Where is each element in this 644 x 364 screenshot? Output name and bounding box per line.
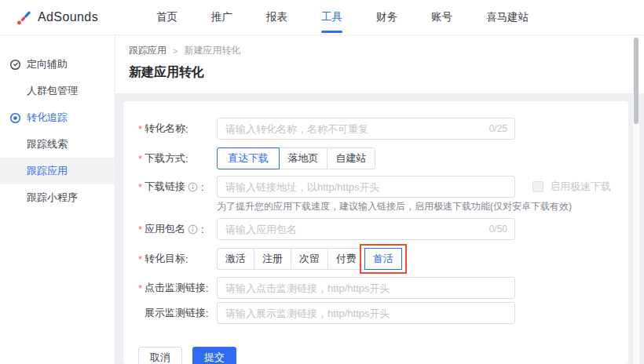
impression-monitor-link-label: 展示监测链接: [138,306,217,320]
row-package-name: * 应用包名 : 0/50 [138,218,613,240]
download-link-input[interactable] [218,177,514,197]
required-mark: * [138,181,142,193]
goal-option-activation[interactable]: 激活 [217,248,254,270]
sidebar-item-label: 跟踪线索 [27,137,68,151]
page-scrollbar-thumb[interactable] [634,38,639,124]
package-name-inputbox: 0/50 [217,218,515,240]
nav-item-finance[interactable]: 财务 [370,0,404,35]
label-text: 应用包名 [145,222,185,236]
click-monitor-link-inputbox [217,277,515,299]
cancel-button[interactable]: 取消 [138,347,182,364]
submit-button[interactable]: 提交 [192,347,236,364]
row-click-monitor-link: * 点击监测链接: [138,277,613,299]
goal-option-first-activation[interactable]: 首活 [364,248,402,270]
breadcrumb-current: 新建应用转化 [184,44,240,57]
page-head: 跟踪应用 > 新建应用转化 新建应用转化 [115,35,644,93]
speed-download-checkbox[interactable] [532,181,543,192]
nav-item-promotion[interactable]: 推广 [205,0,239,35]
download-mode-group: 直达下载 落地页 自建站 [217,147,375,169]
brand-logo-icon [16,9,32,26]
brand-name: AdSounds [38,10,98,24]
impression-monitor-link-input[interactable] [218,303,514,323]
row-download-link: * 下载链接 : 启用极速下载 [138,176,613,198]
conversion-goal-label: * 转化目标: [138,252,217,266]
row-conversion-goal: * 转化目标: 激活 注册 次留 付费 首活 [138,248,613,270]
top-nav: 首页 推广 报表 工具 财务 账号 喜马建站 [150,0,556,35]
label-colon: : [206,308,209,319]
package-name-input[interactable] [218,219,514,239]
main-content: 跟踪应用 > 新建应用转化 新建应用转化 * 转化名称: 0/25 [115,35,644,364]
sidebar-item-track-miniprograms[interactable]: 跟踪小程序 [0,184,115,211]
label-colon: : [185,253,188,265]
conversion-name-label: * 转化名称: [138,122,217,136]
breadcrumb-separator-icon: > [173,46,177,56]
download-mode-option-landing-page[interactable]: 落地页 [279,147,327,169]
speed-download-checkbox-label: 启用极速下载 [550,180,611,194]
label-colon: : [185,123,188,135]
package-name-info-icon[interactable] [188,224,198,235]
required-mark: * [138,253,142,265]
label-text: 展示监测链接 [145,306,206,320]
nav-item-tools-label: 工具 [321,11,342,23]
label-text: 下载链接 [145,180,185,194]
form-actions: 取消 提交 [138,347,613,364]
click-monitor-link-label: * 点击监测链接: [138,281,217,295]
brand-logo[interactable]: AdSounds [16,9,98,26]
conversion-goal-group: 激活 注册 次留 付费 首活 [217,248,402,270]
nav-item-home[interactable]: 首页 [150,0,184,35]
row-impression-monitor-link: 展示监测链接: [138,302,613,324]
nav-item-tools[interactable]: 工具 [315,0,349,35]
sidebar-item-audience-packages[interactable]: 人群包管理 [0,78,115,104]
package-name-label: * 应用包名 : [138,222,217,236]
sidebar-item-conversion-tracking[interactable]: 转化追踪 [0,104,115,131]
required-mark: * [138,153,142,165]
nav-item-reports[interactable]: 报表 [260,0,294,35]
label-text: 点击监测链接 [145,281,206,295]
download-mode-label: * 下载方式: [138,151,217,166]
download-mode-option-direct[interactable]: 直达下载 [217,147,280,169]
label-colon: : [206,282,209,294]
label-colon: : [201,181,204,193]
sidebar: 定向辅助 人群包管理 转化追踪 跟踪线索 跟踪应用 跟踪小程序 [0,35,115,364]
targeting-assist-icon [9,59,21,71]
form-card: * 转化名称: 0/25 * 下载方式: 直达下载 落地页 自建站 [123,101,628,364]
goal-option-payment[interactable]: 付费 [327,248,365,270]
speed-download-checkbox-wrap[interactable]: 启用极速下载 [532,180,611,194]
click-monitor-link-input[interactable] [218,278,514,298]
download-link-helper-text: 为了提升您的应用下载速度，建议输入链接后，启用极速下载功能(仅对安卓下载有效) [217,200,613,213]
required-mark: * [138,224,142,235]
download-link-label: * 下载链接 : [138,180,217,194]
download-link-info-icon[interactable] [188,182,198,192]
sidebar-item-label: 人群包管理 [27,84,78,98]
sidebar-item-label: 跟踪应用 [27,164,68,178]
goal-option-register[interactable]: 注册 [254,248,291,270]
page-title: 新建应用转化 [129,64,644,81]
sidebar-item-targeting-assist[interactable]: 定向辅助 [0,51,115,78]
label-text: 下载方式 [145,151,185,166]
breadcrumb-track-apps[interactable]: 跟踪应用 [129,44,166,57]
nav-item-site-builder[interactable]: 喜马建站 [480,0,535,35]
conversion-tracking-icon [9,112,21,124]
required-mark: * [138,123,142,135]
sidebar-item-track-leads[interactable]: 跟踪线索 [0,131,115,158]
sidebar-item-track-apps[interactable]: 跟踪应用 [0,158,115,184]
page-scrollbar-track [633,36,639,364]
row-conversion-name: * 转化名称: 0/25 [138,118,613,140]
conversion-name-counter: 0/25 [489,123,507,134]
row-download-mode: * 下载方式: 直达下载 落地页 自建站 [138,147,613,169]
label-colon: : [201,224,204,235]
conversion-name-input[interactable] [218,118,514,139]
download-mode-option-self-built-site[interactable]: 自建站 [327,147,375,169]
package-name-counter: 0/50 [489,224,507,235]
nav-item-account[interactable]: 账号 [425,0,459,35]
download-link-inputbox [217,176,515,198]
active-tab-underline [321,31,342,33]
required-mark: * [138,282,142,294]
conversion-name-inputbox: 0/25 [217,118,515,140]
label-text: 转化名称 [145,122,185,136]
sidebar-item-label: 转化追踪 [27,111,68,125]
label-colon: : [185,153,188,165]
goal-option-next-day-retention[interactable]: 次留 [291,248,328,270]
impression-monitor-link-inputbox [217,302,515,324]
sidebar-item-label: 跟踪小程序 [27,191,78,205]
